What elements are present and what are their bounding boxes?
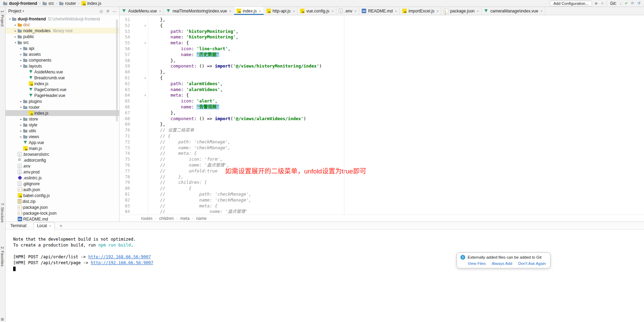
fold-arrow-icon[interactable]: ∨ <box>144 92 146 98</box>
terminal-link[interactable]: http://192.168.66.56:9007 <box>88 254 151 259</box>
code-line[interactable]: 82 // name: 'checkManage', <box>120 197 644 203</box>
code-line[interactable]: 72 // path: 'checkManage', <box>120 139 644 145</box>
gear-icon[interactable]: ⚙ <box>106 9 109 14</box>
hide-panel-icon[interactable]: — <box>113 9 116 14</box>
editor-tab-index.js[interactable]: index.js× <box>234 7 264 15</box>
code-line[interactable]: 64∨ meta: { <box>120 92 644 98</box>
editor-tab-package.json[interactable]: package.json× <box>441 7 482 15</box>
tree-item-dist[interactable]: ▸dist <box>6 22 119 28</box>
tree-item-duoji-frontend[interactable]: ▾duoji-frontendD:\zheheWeb\duoji-fronten… <box>6 16 119 22</box>
stop-icon[interactable]: ■ <box>601 1 604 5</box>
tree-item-package.json[interactable]: package.json <box>6 204 119 210</box>
chevron-down-icon[interactable]: ▾ <box>8 17 12 21</box>
add-configuration-button[interactable]: Add Configuration... <box>550 1 592 6</box>
close-icon[interactable]: × <box>49 224 51 228</box>
close-icon[interactable]: × <box>436 9 439 13</box>
tool-window-button-structure[interactable]: 7: Structure <box>0 203 5 223</box>
chevron-right-icon[interactable]: ▸ <box>19 123 23 127</box>
tree-scrollbar[interactable] <box>116 19 118 122</box>
code-line[interactable]: 68 component: () => import('@/views/alar… <box>120 116 644 122</box>
code-line[interactable]: 78 // }, <box>120 174 644 180</box>
tree-item-.env[interactable]: .env <box>6 163 119 169</box>
code-line[interactable]: 70 // 设置二级菜单 <box>120 127 644 133</box>
tree-item-layouts[interactable]: ▾layouts <box>6 63 119 69</box>
chevron-right-icon[interactable]: ▸ <box>19 129 23 133</box>
editor-breadcrumb-item[interactable]: meta <box>180 216 189 221</box>
tree-item-style[interactable]: ▸style <box>6 122 119 128</box>
git-history-icon[interactable]: ⟳ <box>631 1 634 5</box>
run-icon[interactable]: ▶ <box>595 1 598 5</box>
chevron-right-icon[interactable]: ▸ <box>19 100 23 103</box>
tree-item-components[interactable]: ▸components <box>6 57 119 63</box>
editor-breadcrumb-item[interactable]: children <box>159 216 174 221</box>
tree-item-utils[interactable]: ▸utils <box>6 128 119 134</box>
code-line[interactable]: 71 // { <box>120 133 644 139</box>
code-line[interactable]: 80 // { <box>120 186 644 191</box>
fold-arrow-icon[interactable]: ∨ <box>144 40 146 46</box>
code-line[interactable]: 75 // icon: 'form', <box>120 156 644 162</box>
breadcrumb-item[interactable]: router <box>58 1 77 6</box>
close-icon[interactable]: × <box>159 9 161 13</box>
tree-item-store[interactable]: ▸store <box>6 116 119 122</box>
code-line[interactable]: 81 // path: 'checkManage', <box>120 191 644 197</box>
close-icon[interactable]: × <box>477 9 479 13</box>
tree-item-README.md[interactable]: README.md <box>6 216 119 222</box>
tree-item-router[interactable]: ▾router <box>6 104 119 110</box>
code-line[interactable]: 52∨ { <box>120 23 644 29</box>
editor-tab-README.md[interactable]: README.md× <box>359 7 400 15</box>
chevron-right-icon[interactable]: ▸ <box>19 135 23 138</box>
code-line[interactable]: 73 // name: 'checkManage', <box>120 145 644 151</box>
tree-item-PageContent.vue[interactable]: PageContent.vue <box>6 87 119 92</box>
git-rollback-icon[interactable]: ↺ <box>637 1 641 5</box>
chevron-right-icon[interactable]: ▸ <box>13 23 18 27</box>
code-line[interactable]: 60 }, <box>120 69 644 75</box>
editor-tab-realTimeMonitoring\index.vue[interactable]: realTimeMonitoring\index.vue× <box>164 7 234 15</box>
locate-file-icon[interactable]: ◎ <box>100 9 103 14</box>
tool-window-button-project[interactable]: 1: Project <box>0 10 5 26</box>
tree-item-AsideMenu.vue[interactable]: AsideMenu.vue <box>6 69 119 75</box>
fold-arrow-icon[interactable]: ∨ <box>144 23 146 29</box>
fold-arrow-icon[interactable]: ∨ <box>144 75 146 81</box>
terminal-title[interactable]: Terminal: <box>10 223 27 228</box>
tree-item-Breadcrumb.vue[interactable]: Breadcrumb.vue <box>6 75 119 81</box>
code-editor[interactable]: 51 },52∨ {53 path: 'historyMonitoring',5… <box>120 15 644 215</box>
chevron-down-icon[interactable]: ▾ <box>13 41 18 44</box>
new-terminal-button[interactable]: + <box>60 223 62 229</box>
code-line[interactable]: 62 path: 'alarmVideos', <box>120 81 644 87</box>
tree-item-dist.zip[interactable]: dist.zip <box>6 198 119 204</box>
breadcrumb-item[interactable]: index.js <box>80 1 103 6</box>
code-line[interactable]: 57 name: '历史数据' <box>120 52 644 58</box>
code-line[interactable]: 51 }, <box>120 17 644 23</box>
tree-item-.editorconfig[interactable]: .editorconfig <box>6 157 119 163</box>
git-update-icon[interactable]: ↓ <box>620 1 622 5</box>
chevron-right-icon[interactable]: ▸ <box>19 47 23 50</box>
breadcrumb-item[interactable]: duoji-frontend <box>2 1 38 6</box>
code-line[interactable]: 79 // children: [ <box>120 180 644 186</box>
tree-item-api[interactable]: ▸api <box>6 45 119 51</box>
code-line[interactable]: 55∨ meta: { <box>120 40 644 46</box>
editor-tab-http-api.js[interactable]: http-api.js× <box>264 7 298 15</box>
close-icon[interactable]: × <box>259 9 261 13</box>
code-line[interactable]: 84 // name: '盘点管理' <box>120 209 644 215</box>
close-icon[interactable]: × <box>293 9 295 13</box>
chevron-right-icon[interactable]: ▸ <box>13 29 18 33</box>
code-line[interactable]: 59 component: () => import('@/views/hist… <box>120 63 644 69</box>
close-icon[interactable]: × <box>332 9 334 13</box>
chevron-right-icon[interactable]: ▸ <box>19 117 23 121</box>
tree-item-public[interactable]: ▸public <box>6 34 119 39</box>
code-line[interactable]: 63 name: 'alarmVideos', <box>120 87 644 93</box>
tree-item-.env.prod[interactable]: .env.prod <box>6 169 119 175</box>
tree-item-plugins[interactable]: ▸plugins <box>6 98 119 104</box>
chevron-right-icon[interactable]: ▸ <box>13 35 18 38</box>
tree-item-src[interactable]: ▾src <box>6 39 119 45</box>
editor-breadcrumb-item[interactable]: name <box>196 216 206 221</box>
chevron-right-icon[interactable]: ▸ <box>19 59 23 62</box>
tree-item-.eslintrc.js[interactable]: .eslintrc.js <box>6 175 119 181</box>
close-icon[interactable]: × <box>354 9 356 13</box>
code-line[interactable]: 74 // meta: { <box>120 151 644 156</box>
notification-action-don-t-ask-again[interactable]: Don't Ask Again <box>518 261 546 266</box>
tree-item-.gitignore[interactable]: .gitignore <box>6 181 119 187</box>
editor-tab-vue.config.js[interactable]: vue.config.js× <box>298 7 336 15</box>
tree-item-auth.json[interactable]: auth.json <box>6 187 119 193</box>
close-icon[interactable]: × <box>540 9 542 13</box>
